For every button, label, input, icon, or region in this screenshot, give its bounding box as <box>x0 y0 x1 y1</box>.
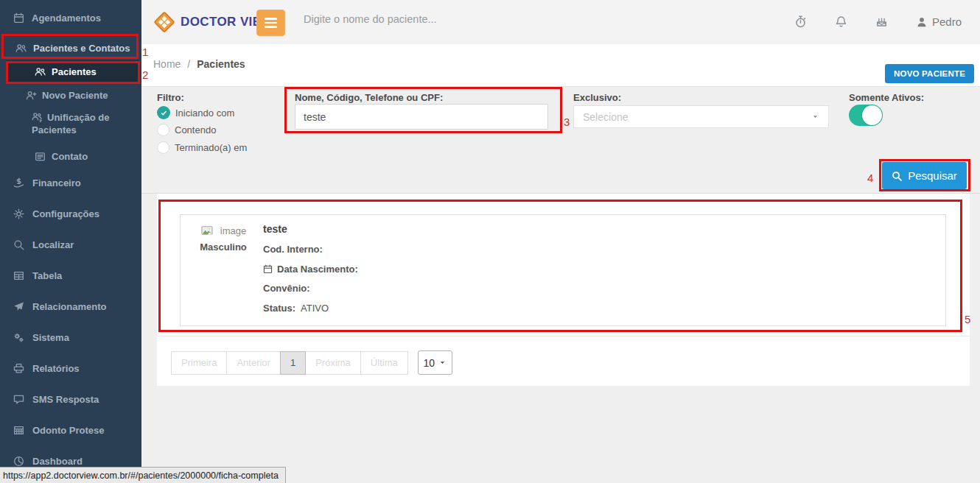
sidebar-item-label: Novo Paciente <box>42 90 108 101</box>
search-icon <box>892 171 902 181</box>
stopwatch-icon[interactable] <box>794 15 807 28</box>
search-button[interactable]: Pesquisar <box>882 162 967 189</box>
page-size-select[interactable]: 10 <box>418 350 452 375</box>
exclusivo-select[interactable]: Selecione <box>573 105 829 128</box>
radio-label: Terminado(a) em <box>175 142 247 153</box>
link-preview-statusbar: https://app2.doctorview.com.br/#/pacient… <box>0 467 286 483</box>
divider <box>157 336 970 336</box>
patient-result-card[interactable]: image Masculino teste Cod. Interno: Data… <box>180 214 946 326</box>
breadcrumb-home[interactable]: Home <box>153 58 181 70</box>
toggle-knob <box>862 105 882 125</box>
radio-label: Iniciando com <box>175 107 234 119</box>
sidebar-item-label: Dashboard <box>32 456 83 467</box>
exclusivo-label: Exclusivo: <box>573 92 621 103</box>
radio-unchecked-icon <box>157 141 169 154</box>
sidebar-item-label: Contato <box>52 151 88 162</box>
sidebar-item-pacientes[interactable]: Pacientes <box>6 60 139 83</box>
pagination-first[interactable]: Primeira <box>171 351 227 375</box>
table-icon <box>13 270 24 281</box>
sidebar-item-agendamentos[interactable]: Agendamentos <box>0 0 141 35</box>
sidebar-item-label: Unificação de Pacientes <box>32 112 110 135</box>
patient-search-input[interactable] <box>302 13 548 26</box>
exclusivo-select-placeholder: Selecione <box>583 111 629 123</box>
pagination-page-1[interactable]: 1 <box>280 351 306 375</box>
pagination: Primeira Anterior 1 Próxima Última 10 <box>171 350 452 375</box>
topbar-icons: Pedro <box>794 15 962 28</box>
sidebar-item-label: Relatórios <box>32 363 80 374</box>
sidebar-item-label: SMS Resposta <box>32 394 99 405</box>
sidebar-item-label: Relacionamento <box>32 301 106 312</box>
doctor-view-diamond-logo-icon <box>153 11 175 33</box>
pagination-last[interactable]: Última <box>360 351 408 375</box>
sidebar-item-pacientes-e-contatos[interactable]: Pacientes e Contatos <box>0 35 141 60</box>
search-button-label: Pesquisar <box>908 169 957 182</box>
search-icon <box>13 239 24 250</box>
filtro-label: Filtro: <box>157 92 184 103</box>
grid-icon <box>13 425 24 436</box>
breadcrumb-separator: / <box>187 58 190 70</box>
sidebar-item-configuracoes[interactable]: Configurações <box>0 198 141 229</box>
pagination-next[interactable]: Próxima <box>305 351 361 375</box>
patient-name: teste <box>263 223 363 235</box>
radio-unchecked-icon <box>157 124 169 136</box>
radio-label: Contendo <box>175 124 216 135</box>
name-filter-input[interactable] <box>295 104 548 130</box>
statusbar-url: https://app2.doctorview.com.br/#/pacient… <box>3 470 279 481</box>
broken-image-icon <box>200 225 214 236</box>
sidebar-item-contato[interactable]: Contato <box>0 145 141 167</box>
sidebar-item-relatorios[interactable]: Relatórios <box>0 353 141 384</box>
somente-ativos-toggle[interactable] <box>849 105 883 126</box>
user-name: Pedro <box>932 15 962 28</box>
sidebar-item-tabela[interactable]: Tabela <box>0 260 141 291</box>
calendar-icon <box>263 264 273 274</box>
sidebar-item-localizar[interactable]: Localizar <box>0 229 141 260</box>
data-nascimento-label: Data Nascimento: <box>277 264 358 275</box>
bell-icon[interactable] <box>835 15 847 28</box>
new-patient-button[interactable]: NOVO PACIENTE <box>885 64 974 83</box>
somente-ativos-label: Somente Ativos: <box>849 92 924 103</box>
page-size-value: 10 <box>423 357 435 369</box>
sidebar-toggle-button[interactable] <box>256 10 285 36</box>
breadcrumb: Home / Pacientes <box>153 58 245 70</box>
sidebar-item-label: Agendamentos <box>32 13 101 24</box>
sidebar-item-label: Pacientes <box>52 66 97 77</box>
patient-gender: Masculino <box>188 242 259 253</box>
sidebar-item-odonto-protese[interactable]: Odonto Protese <box>0 415 141 445</box>
convenio-label: Convênio: <box>263 283 310 294</box>
calendar-icon <box>13 13 24 24</box>
printer-icon <box>13 363 24 374</box>
sidebar-item-sms-resposta[interactable]: SMS Resposta <box>0 384 141 415</box>
sidebar-item-sistema[interactable]: Sistema <box>0 322 141 353</box>
radio-iniciando-com[interactable]: Iniciando com <box>157 106 234 119</box>
gears-icon <box>13 332 24 343</box>
breadcrumb-current: Pacientes <box>197 58 245 70</box>
brand-logo: DOCTOR VIEW <box>153 11 273 33</box>
radio-checked-icon <box>157 106 170 119</box>
money-hand-icon <box>13 177 24 188</box>
patient-details: teste Cod. Interno: Data Nascimento: Con… <box>263 223 363 322</box>
patient-photo-block: image Masculino <box>188 225 259 253</box>
sidebar-item-novo-paciente[interactable]: Novo Paciente <box>0 83 141 107</box>
sidebar-item-unificacao-de-pacientes[interactable]: Unificação de Pacientes <box>0 107 141 145</box>
radio-terminado-em[interactable]: Terminado(a) em <box>157 141 247 154</box>
image-alt-text: image <box>220 225 246 236</box>
breadcrumb-bar: Home / Pacientes NOVO PACIENTE <box>141 44 980 87</box>
users-merge-icon <box>32 111 43 122</box>
topbar: DOCTOR VIEW Pedro <box>141 0 980 45</box>
users-icon <box>35 66 46 77</box>
sidebar-item-label: Sistema <box>32 332 69 343</box>
user-menu[interactable]: Pedro <box>916 15 962 28</box>
user-plus-icon <box>26 90 37 101</box>
radio-contendo[interactable]: Contendo <box>157 124 216 136</box>
sidebar-item-relacionamento[interactable]: Relacionamento <box>0 291 141 322</box>
pagination-prev[interactable]: Anterior <box>226 351 281 375</box>
birthday-cake-icon[interactable] <box>875 15 888 28</box>
status-value: ATIVO <box>301 303 329 314</box>
sidebar-item-label: Tabela <box>32 270 62 281</box>
status-label: Status: <box>263 303 295 314</box>
sidebar-item-label: Configurações <box>32 208 99 219</box>
sidebar-item-financeiro[interactable]: Financeiro <box>0 167 141 198</box>
sidebar-item-label: Financeiro <box>32 177 81 188</box>
user-icon <box>916 16 928 28</box>
caret-down-icon <box>438 359 447 367</box>
